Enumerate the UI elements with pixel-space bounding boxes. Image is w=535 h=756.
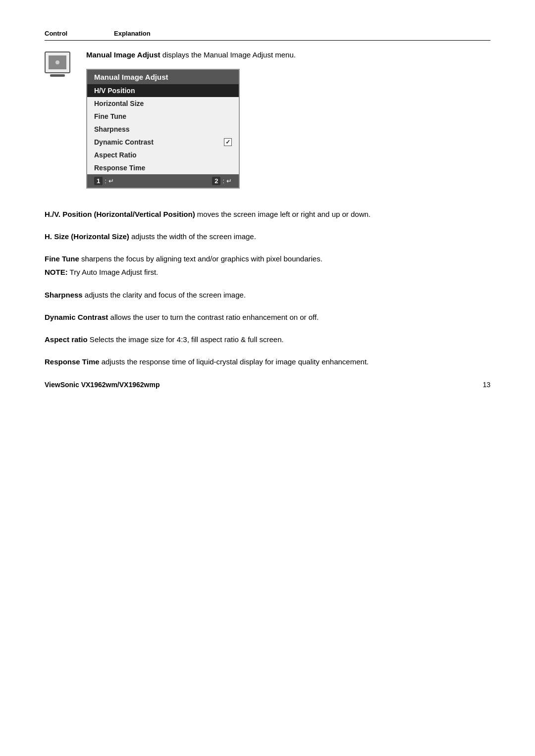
desc-sharpness: Sharpness adjusts the clarity and focus … <box>45 289 490 301</box>
monitor-icon <box>45 51 70 73</box>
menu-item-label: Sharpness <box>94 125 130 133</box>
desc-aspect-bold: Aspect ratio <box>45 335 88 344</box>
menu-item-label: Horizontal Size <box>94 100 144 107</box>
menu-item-response-time[interactable]: Response Time <box>87 161 239 174</box>
desc-sharpness-text: adjusts the clarity and focus of the scr… <box>83 291 246 299</box>
desc-hv-position: H./V. Position (Horizontal/Vertical Posi… <box>45 208 490 220</box>
menu-item-sharpness[interactable]: Sharpness <box>87 123 239 136</box>
desc-response-bold: Response Time <box>45 357 100 366</box>
content-row: Manual Image Adjust displays the Manual … <box>45 50 490 199</box>
header-explanation-label: Explanation <box>114 30 151 37</box>
desc-finetune-text: sharpens the focus by aligning text and/… <box>79 254 322 263</box>
menu-box: Manual Image Adjust H/V Position Horizon… <box>86 69 240 189</box>
header-divider <box>45 40 490 41</box>
desc-response-text: adjusts the response time of liquid-crys… <box>100 357 369 366</box>
desc-note-text: Try Auto Image Adjust first. <box>68 268 159 276</box>
desc-sharpness-bold: Sharpness <box>45 291 83 299</box>
desc-hsize-text: adjusts the width of the screen image. <box>129 232 256 241</box>
menu-item-dynamic-contrast[interactable]: Dynamic Contrast ✓ <box>87 136 239 149</box>
footer-left-sep: : <box>105 177 107 185</box>
menu-item-fine-tune[interactable]: Fine Tune <box>87 110 239 123</box>
intro-rest: displays the Manual Image Adjust menu. <box>160 50 296 59</box>
desc-dyncon-text: allows the user to turn the contrast rat… <box>108 313 319 321</box>
desc-dyncon-bold: Dynamic Contrast <box>45 313 108 321</box>
footer-page-number: 13 <box>482 381 490 389</box>
footer-right-num: 2 <box>212 177 220 185</box>
footer-left-icon: ↵ <box>108 177 114 185</box>
desc-aspect-text: Selects the image size for 4:3, fill asp… <box>88 335 284 344</box>
dynamic-contrast-checkbox[interactable]: ✓ <box>224 138 232 146</box>
monitor-icon-inner <box>49 55 66 69</box>
desc-fine-tune: Fine Tune sharpens the focus by aligning… <box>45 253 490 278</box>
desc-note-bold: NOTE: <box>45 268 68 276</box>
menu-item-label: Aspect Ratio <box>94 151 137 159</box>
footer-brand: ViewSonic VX1962wm/VX1962wmp <box>45 381 160 389</box>
footer-left-item: 1 : ↵ <box>94 177 114 185</box>
footer-right-item: 2 : ↵ <box>212 177 232 185</box>
desc-response-time: Response Time adjusts the response time … <box>45 356 490 367</box>
desc-finetune-bold: Fine Tune <box>45 254 79 263</box>
intro-text: Manual Image Adjust displays the Manual … <box>86 50 490 61</box>
footer-brand-name: ViewSonic <box>45 381 79 389</box>
menu-item-hv-position[interactable]: H/V Position <box>87 84 239 97</box>
desc-hv-text: moves the screen image left or right and… <box>195 210 371 218</box>
menu-item-label: H/V Position <box>94 87 135 95</box>
desc-hv-bold: H./V. Position (Horizontal/Vertical Posi… <box>45 210 195 218</box>
menu-item-label: Response Time <box>94 164 145 172</box>
desc-h-size: H. Size (Horizontal Size) adjusts the wi… <box>45 231 490 242</box>
intro-bold: Manual Image Adjust <box>86 50 160 59</box>
icon-cell <box>45 50 74 199</box>
desc-dynamic-contrast: Dynamic Contrast allows the user to turn… <box>45 311 490 323</box>
desc-aspect-ratio: Aspect ratio Selects the image size for … <box>45 334 490 345</box>
footer-left-num: 1 <box>94 177 103 185</box>
menu-footer: 1 : ↵ 2 : ↵ <box>87 174 239 188</box>
menu-item-label: Fine Tune <box>94 112 126 120</box>
text-cell: Manual Image Adjust displays the Manual … <box>86 50 490 199</box>
footer-right-sep: : <box>222 177 224 185</box>
page-footer: ViewSonic VX1962wm/VX1962wmp 13 <box>45 381 490 389</box>
footer-right-icon: ↵ <box>226 177 232 185</box>
header-row: Control Explanation <box>45 30 490 37</box>
menu-item-label: Dynamic Contrast <box>94 138 154 146</box>
footer-model: VX1962wm/VX1962wmp <box>81 381 160 389</box>
desc-hsize-bold: H. Size (Horizontal Size) <box>45 232 129 241</box>
page-container: Control Explanation Manual Image Adjust … <box>0 0 535 408</box>
monitor-icon-dot <box>55 60 59 64</box>
header-control-label: Control <box>45 30 84 37</box>
menu-title: Manual Image Adjust <box>87 70 239 84</box>
menu-item-horizontal-size[interactable]: Horizontal Size <box>87 97 239 110</box>
menu-item-aspect-ratio[interactable]: Aspect Ratio <box>87 149 239 161</box>
